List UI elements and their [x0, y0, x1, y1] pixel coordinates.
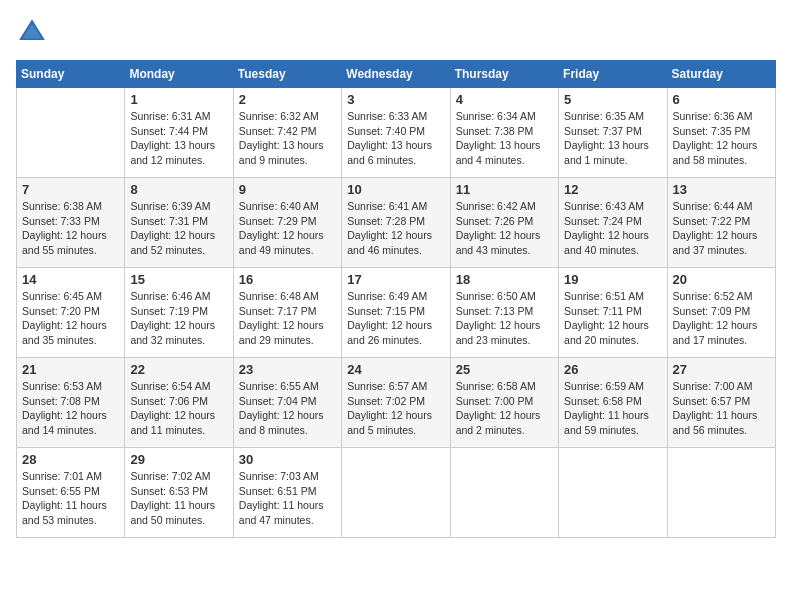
- day-number: 30: [239, 452, 336, 467]
- day-info: Sunrise: 6:44 AMSunset: 7:22 PMDaylight:…: [673, 199, 770, 258]
- day-number: 9: [239, 182, 336, 197]
- calendar-cell: 17 Sunrise: 6:49 AMSunset: 7:15 PMDaylig…: [342, 268, 450, 358]
- calendar-cell: [342, 448, 450, 538]
- calendar-cell: 23 Sunrise: 6:55 AMSunset: 7:04 PMDaylig…: [233, 358, 341, 448]
- calendar-cell: 28 Sunrise: 7:01 AMSunset: 6:55 PMDaylig…: [17, 448, 125, 538]
- day-number: 15: [130, 272, 227, 287]
- calendar-cell: 18 Sunrise: 6:50 AMSunset: 7:13 PMDaylig…: [450, 268, 558, 358]
- day-info: Sunrise: 6:49 AMSunset: 7:15 PMDaylight:…: [347, 289, 444, 348]
- day-number: 18: [456, 272, 553, 287]
- calendar-cell: [559, 448, 667, 538]
- day-number: 16: [239, 272, 336, 287]
- logo: [16, 16, 52, 48]
- calendar-cell: 7 Sunrise: 6:38 AMSunset: 7:33 PMDayligh…: [17, 178, 125, 268]
- calendar-week-1: 1 Sunrise: 6:31 AMSunset: 7:44 PMDayligh…: [17, 88, 776, 178]
- day-number: 22: [130, 362, 227, 377]
- calendar-cell: 9 Sunrise: 6:40 AMSunset: 7:29 PMDayligh…: [233, 178, 341, 268]
- day-number: 7: [22, 182, 119, 197]
- day-info: Sunrise: 6:51 AMSunset: 7:11 PMDaylight:…: [564, 289, 661, 348]
- calendar-body: 1 Sunrise: 6:31 AMSunset: 7:44 PMDayligh…: [17, 88, 776, 538]
- day-number: 26: [564, 362, 661, 377]
- calendar-cell: 14 Sunrise: 6:45 AMSunset: 7:20 PMDaylig…: [17, 268, 125, 358]
- day-info: Sunrise: 6:48 AMSunset: 7:17 PMDaylight:…: [239, 289, 336, 348]
- day-number: 8: [130, 182, 227, 197]
- day-info: Sunrise: 6:43 AMSunset: 7:24 PMDaylight:…: [564, 199, 661, 258]
- calendar-cell: 30 Sunrise: 7:03 AMSunset: 6:51 PMDaylig…: [233, 448, 341, 538]
- day-number: 13: [673, 182, 770, 197]
- calendar-cell: 21 Sunrise: 6:53 AMSunset: 7:08 PMDaylig…: [17, 358, 125, 448]
- weekday-header-friday: Friday: [559, 61, 667, 88]
- day-number: 27: [673, 362, 770, 377]
- weekday-header-monday: Monday: [125, 61, 233, 88]
- calendar-cell: [450, 448, 558, 538]
- calendar-cell: [17, 88, 125, 178]
- calendar-cell: 4 Sunrise: 6:34 AMSunset: 7:38 PMDayligh…: [450, 88, 558, 178]
- day-info: Sunrise: 6:31 AMSunset: 7:44 PMDaylight:…: [130, 109, 227, 168]
- calendar-cell: 8 Sunrise: 6:39 AMSunset: 7:31 PMDayligh…: [125, 178, 233, 268]
- calendar-cell: [667, 448, 775, 538]
- calendar-header: SundayMondayTuesdayWednesdayThursdayFrid…: [17, 61, 776, 88]
- day-info: Sunrise: 6:40 AMSunset: 7:29 PMDaylight:…: [239, 199, 336, 258]
- weekday-header-tuesday: Tuesday: [233, 61, 341, 88]
- day-number: 3: [347, 92, 444, 107]
- calendar-cell: 24 Sunrise: 6:57 AMSunset: 7:02 PMDaylig…: [342, 358, 450, 448]
- day-info: Sunrise: 7:03 AMSunset: 6:51 PMDaylight:…: [239, 469, 336, 528]
- day-number: 19: [564, 272, 661, 287]
- day-number: 20: [673, 272, 770, 287]
- day-info: Sunrise: 6:38 AMSunset: 7:33 PMDaylight:…: [22, 199, 119, 258]
- calendar-cell: 19 Sunrise: 6:51 AMSunset: 7:11 PMDaylig…: [559, 268, 667, 358]
- day-number: 6: [673, 92, 770, 107]
- calendar-cell: 5 Sunrise: 6:35 AMSunset: 7:37 PMDayligh…: [559, 88, 667, 178]
- day-number: 21: [22, 362, 119, 377]
- day-number: 23: [239, 362, 336, 377]
- day-info: Sunrise: 6:36 AMSunset: 7:35 PMDaylight:…: [673, 109, 770, 168]
- calendar-cell: 27 Sunrise: 7:00 AMSunset: 6:57 PMDaylig…: [667, 358, 775, 448]
- logo-icon: [16, 16, 48, 48]
- weekday-header-wednesday: Wednesday: [342, 61, 450, 88]
- weekday-header-thursday: Thursday: [450, 61, 558, 88]
- calendar-cell: 29 Sunrise: 7:02 AMSunset: 6:53 PMDaylig…: [125, 448, 233, 538]
- calendar-cell: 6 Sunrise: 6:36 AMSunset: 7:35 PMDayligh…: [667, 88, 775, 178]
- day-info: Sunrise: 6:34 AMSunset: 7:38 PMDaylight:…: [456, 109, 553, 168]
- calendar-cell: 2 Sunrise: 6:32 AMSunset: 7:42 PMDayligh…: [233, 88, 341, 178]
- day-info: Sunrise: 6:39 AMSunset: 7:31 PMDaylight:…: [130, 199, 227, 258]
- day-number: 17: [347, 272, 444, 287]
- calendar-week-5: 28 Sunrise: 7:01 AMSunset: 6:55 PMDaylig…: [17, 448, 776, 538]
- calendar-cell: 15 Sunrise: 6:46 AMSunset: 7:19 PMDaylig…: [125, 268, 233, 358]
- calendar-week-4: 21 Sunrise: 6:53 AMSunset: 7:08 PMDaylig…: [17, 358, 776, 448]
- day-info: Sunrise: 7:01 AMSunset: 6:55 PMDaylight:…: [22, 469, 119, 528]
- calendar-cell: 22 Sunrise: 6:54 AMSunset: 7:06 PMDaylig…: [125, 358, 233, 448]
- day-info: Sunrise: 6:53 AMSunset: 7:08 PMDaylight:…: [22, 379, 119, 438]
- day-info: Sunrise: 6:58 AMSunset: 7:00 PMDaylight:…: [456, 379, 553, 438]
- day-number: 5: [564, 92, 661, 107]
- weekday-row: SundayMondayTuesdayWednesdayThursdayFrid…: [17, 61, 776, 88]
- day-number: 2: [239, 92, 336, 107]
- day-info: Sunrise: 6:42 AMSunset: 7:26 PMDaylight:…: [456, 199, 553, 258]
- day-number: 14: [22, 272, 119, 287]
- calendar-cell: 10 Sunrise: 6:41 AMSunset: 7:28 PMDaylig…: [342, 178, 450, 268]
- day-info: Sunrise: 6:59 AMSunset: 6:58 PMDaylight:…: [564, 379, 661, 438]
- calendar-cell: 16 Sunrise: 6:48 AMSunset: 7:17 PMDaylig…: [233, 268, 341, 358]
- day-info: Sunrise: 6:52 AMSunset: 7:09 PMDaylight:…: [673, 289, 770, 348]
- day-info: Sunrise: 6:41 AMSunset: 7:28 PMDaylight:…: [347, 199, 444, 258]
- calendar-cell: 25 Sunrise: 6:58 AMSunset: 7:00 PMDaylig…: [450, 358, 558, 448]
- day-info: Sunrise: 6:55 AMSunset: 7:04 PMDaylight:…: [239, 379, 336, 438]
- weekday-header-saturday: Saturday: [667, 61, 775, 88]
- calendar-cell: 11 Sunrise: 6:42 AMSunset: 7:26 PMDaylig…: [450, 178, 558, 268]
- day-number: 29: [130, 452, 227, 467]
- day-number: 12: [564, 182, 661, 197]
- day-info: Sunrise: 7:00 AMSunset: 6:57 PMDaylight:…: [673, 379, 770, 438]
- day-number: 4: [456, 92, 553, 107]
- page-header: [16, 16, 776, 48]
- weekday-header-sunday: Sunday: [17, 61, 125, 88]
- calendar-cell: 12 Sunrise: 6:43 AMSunset: 7:24 PMDaylig…: [559, 178, 667, 268]
- day-info: Sunrise: 6:46 AMSunset: 7:19 PMDaylight:…: [130, 289, 227, 348]
- day-info: Sunrise: 6:57 AMSunset: 7:02 PMDaylight:…: [347, 379, 444, 438]
- calendar-cell: 26 Sunrise: 6:59 AMSunset: 6:58 PMDaylig…: [559, 358, 667, 448]
- calendar-cell: 3 Sunrise: 6:33 AMSunset: 7:40 PMDayligh…: [342, 88, 450, 178]
- calendar-cell: 13 Sunrise: 6:44 AMSunset: 7:22 PMDaylig…: [667, 178, 775, 268]
- day-info: Sunrise: 6:35 AMSunset: 7:37 PMDaylight:…: [564, 109, 661, 168]
- day-info: Sunrise: 6:50 AMSunset: 7:13 PMDaylight:…: [456, 289, 553, 348]
- day-info: Sunrise: 6:45 AMSunset: 7:20 PMDaylight:…: [22, 289, 119, 348]
- calendar-cell: 1 Sunrise: 6:31 AMSunset: 7:44 PMDayligh…: [125, 88, 233, 178]
